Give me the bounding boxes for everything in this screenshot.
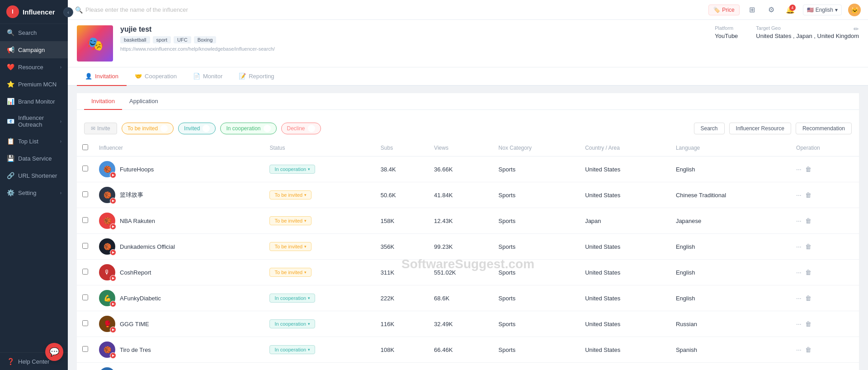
grid-icon[interactable]: ⊞	[746, 4, 759, 16]
more-options-icon-0[interactable]: ···	[796, 166, 802, 173]
sidebar-item-brand-monitor[interactable]: 📊 Brand Monitor	[0, 93, 68, 110]
status-badge-2[interactable]: To be invited ▾	[269, 216, 311, 225]
status-dropdown-arrow-2[interactable]: ▾	[304, 218, 307, 223]
sidebar-item-url-shortener[interactable]: 🔗 URL Shortener	[0, 167, 68, 184]
select-all-header[interactable]	[77, 140, 94, 157]
row-checkbox-cell-0[interactable]	[77, 157, 94, 182]
url-shortener-icon: 🔗	[6, 171, 14, 180]
influencer-name-4[interactable]: CoshReport	[120, 269, 151, 276]
influencer-name-1[interactable]: 篮球故事	[120, 191, 143, 199]
row-checkbox-0[interactable]	[82, 166, 88, 171]
row-checkbox-2[interactable]	[82, 217, 88, 223]
sub-tab-application[interactable]: Application	[122, 93, 165, 110]
campaign-link[interactable]: https://www.noxinfluencer.com/help/knowl…	[120, 46, 708, 52]
row-checkbox-5[interactable]	[82, 294, 88, 300]
more-options-icon-1[interactable]: ···	[796, 191, 802, 199]
tab-cooperation[interactable]: 🤝 Cooperation	[127, 67, 185, 86]
tag-boxing: Boxing	[194, 36, 217, 43]
user-avatar[interactable]: 🐱	[848, 4, 861, 16]
language-label: English	[816, 7, 833, 13]
status-dropdown-arrow-0[interactable]: ▾	[308, 167, 310, 171]
delete-icon-7[interactable]: 🗑	[805, 346, 811, 353]
filter-in-cooperation[interactable]: In cooperation 5	[220, 123, 276, 134]
row-checkbox-cell-3[interactable]	[77, 234, 94, 260]
status-badge-1[interactable]: To be invited ▾	[269, 190, 311, 199]
row-checkbox-cell-6[interactable]	[77, 311, 94, 337]
logo[interactable]: I Influencer	[0, 0, 68, 24]
sidebar-item-influencer-outreach[interactable]: 📧 Influencer Outreach ›	[0, 110, 68, 133]
influencer-name-0[interactable]: FutureHoops	[120, 166, 154, 173]
more-options-icon-5[interactable]: ···	[796, 294, 802, 302]
search-button[interactable]: Search	[694, 123, 725, 134]
status-dropdown-arrow-1[interactable]: ▾	[304, 193, 307, 197]
status-dropdown-arrow-7[interactable]: ▾	[308, 347, 310, 352]
status-badge-7[interactable]: In cooperation ▾	[269, 345, 315, 354]
sidebar-collapse-button[interactable]: ‹	[63, 7, 73, 17]
influencer-name-5[interactable]: AFunkyDiabetic	[120, 295, 161, 302]
influencer-name-6[interactable]: GGG TIME	[120, 321, 149, 327]
influencer-name-2[interactable]: NBA Rakuten	[120, 218, 155, 224]
delete-icon-5[interactable]: 🗑	[805, 294, 811, 302]
filter-invited[interactable]: Invited 0	[178, 123, 216, 134]
row-checkbox-cell-8[interactable]	[77, 363, 94, 370]
tab-invitation[interactable]: 👤 Invitation	[77, 67, 127, 86]
tab-monitor-label: Monitor	[203, 73, 222, 80]
status-badge-3[interactable]: To be invited ▾	[269, 242, 311, 251]
row-checkbox-cell-5[interactable]	[77, 285, 94, 311]
chat-button[interactable]: 💬	[45, 343, 63, 361]
language-selector[interactable]: 🇺🇸 English ▾	[803, 5, 842, 15]
delete-icon-1[interactable]: 🗑	[805, 191, 811, 199]
row-checkbox-4[interactable]	[82, 269, 88, 275]
delete-icon-2[interactable]: 🗑	[805, 217, 811, 224]
status-dropdown-arrow-6[interactable]: ▾	[308, 322, 310, 326]
edit-button[interactable]: ✏	[854, 25, 859, 33]
status-dropdown-arrow-4[interactable]: ▾	[304, 270, 307, 275]
more-options-icon-3[interactable]: ···	[796, 243, 802, 250]
sidebar-item-setting[interactable]: ⚙️ Setting ›	[0, 184, 68, 201]
sidebar-item-campaign[interactable]: 📢 Campaign	[0, 41, 68, 58]
row-checkbox-6[interactable]	[82, 320, 88, 326]
select-all-checkbox[interactable]	[82, 144, 88, 150]
more-options-icon-6[interactable]: ···	[796, 320, 802, 327]
row-checkbox-cell-4[interactable]	[77, 260, 94, 285]
row-checkbox-3[interactable]	[82, 243, 88, 249]
sidebar-item-data-service[interactable]: 💾 Data Service	[0, 150, 68, 167]
row-checkbox-cell-2[interactable]	[77, 208, 94, 234]
status-badge-0[interactable]: In cooperation ▾	[269, 165, 315, 174]
status-badge-6[interactable]: In cooperation ▾	[269, 319, 315, 328]
delete-icon-4[interactable]: 🗑	[805, 269, 811, 276]
delete-icon-6[interactable]: 🗑	[805, 320, 811, 327]
status-badge-4[interactable]: To be invited ▾	[269, 268, 311, 277]
influencer-resource-button[interactable]: Influencer Resource	[729, 123, 791, 134]
status-dropdown-arrow-3[interactable]: ▾	[304, 244, 307, 249]
settings-icon[interactable]: ⚙	[765, 4, 778, 16]
more-options-icon-2[interactable]: ···	[796, 217, 802, 224]
sub-tab-invitation[interactable]: Invitation	[84, 93, 122, 110]
sidebar-item-top-list[interactable]: 📋 Top List ›	[0, 133, 68, 150]
recommendation-button[interactable]: Recommendation	[796, 123, 852, 134]
filter-to-be-invited[interactable]: To be invited 5	[122, 123, 174, 134]
more-options-icon-4[interactable]: ···	[796, 269, 802, 276]
sidebar-item-resource[interactable]: ❤️ Resource ›	[0, 58, 68, 76]
sidebar-item-premium-mcn[interactable]: ⭐ Premium MCN	[0, 76, 68, 93]
row-checkbox-cell-1[interactable]	[77, 182, 94, 208]
delete-icon-3[interactable]: 🗑	[805, 243, 811, 250]
tab-monitor[interactable]: 📄 Monitor	[185, 67, 231, 86]
notification-icon[interactable]: 🔔 4	[784, 4, 797, 16]
status-badge-5[interactable]: In cooperation ▾	[269, 294, 315, 303]
filter-decline[interactable]: Decline 0	[281, 123, 321, 134]
more-options-icon-7[interactable]: ···	[796, 346, 802, 353]
row-checkbox-1[interactable]	[82, 191, 88, 197]
influencer-name-3[interactable]: Dunkademics Official	[120, 243, 175, 250]
status-dropdown-arrow-5[interactable]: ▾	[308, 296, 310, 300]
sidebar-item-search[interactable]: 🔍 Search	[0, 24, 68, 41]
influencer-name-7[interactable]: Tiro de Tres	[120, 346, 151, 353]
search-area[interactable]: 🔍 Please enter the name of the influence…	[75, 6, 708, 14]
col-subs: Subs	[375, 140, 429, 157]
invite-button[interactable]: ✉ Invite	[84, 123, 117, 134]
row-checkbox-7[interactable]	[82, 346, 88, 352]
tab-reporting[interactable]: 📝 Reporting	[231, 67, 282, 86]
row-checkbox-cell-7[interactable]	[77, 337, 94, 363]
delete-icon-0[interactable]: 🗑	[805, 166, 811, 173]
price-button[interactable]: 🏷️ Price	[708, 5, 739, 15]
